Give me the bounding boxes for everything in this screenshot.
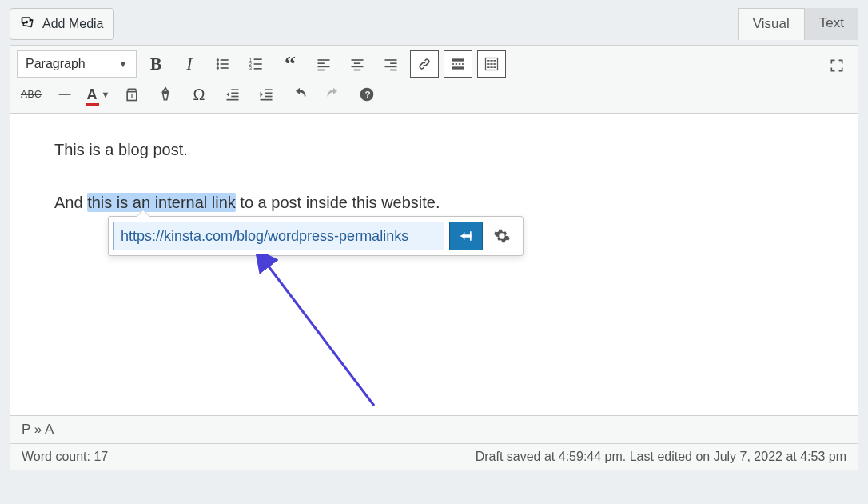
svg-point-1 [217, 58, 219, 61]
editor-tabs: Visual Text [738, 8, 858, 40]
word-count: Word count: 17 [22, 450, 108, 464]
outdent-button[interactable] [218, 81, 247, 108]
paragraph-2[interactable]: And this is an internal link to a post i… [54, 190, 814, 214]
chevron-down-icon: ▼ [102, 90, 110, 99]
svg-rect-36 [490, 63, 492, 65]
svg-rect-39 [490, 66, 492, 68]
strikethrough-button[interactable]: ABC [17, 81, 46, 108]
svg-point-3 [217, 62, 219, 65]
editor-toolbar: Paragraph ▼ B I 123 “ [10, 45, 858, 114]
svg-rect-27 [456, 63, 458, 65]
apply-link-button[interactable] [449, 222, 483, 250]
editor-content[interactable]: This is a blog post. And this is an inte… [10, 114, 858, 416]
add-media-button[interactable]: Add Media [10, 8, 114, 40]
svg-rect-49 [265, 93, 272, 94]
status-bar: Word count: 17 Draft saved at 4:59:44 pm… [10, 444, 858, 470]
align-center-button[interactable] [343, 50, 372, 78]
paragraph-1[interactable]: This is a blog post. [54, 138, 814, 162]
element-path-bar[interactable]: P » A [10, 416, 858, 444]
svg-rect-8 [254, 58, 262, 60]
text-color-button[interactable]: A ▼ [84, 81, 113, 108]
svg-rect-44 [231, 89, 238, 90]
svg-rect-28 [459, 63, 461, 65]
svg-rect-22 [390, 62, 396, 64]
text-color-letter: A [87, 86, 98, 103]
svg-rect-51 [261, 99, 273, 101]
svg-rect-10 [254, 63, 262, 65]
annotation-arrow [254, 254, 398, 422]
paste-text-button[interactable]: T [117, 81, 146, 108]
tab-text[interactable]: Text [805, 8, 858, 40]
p2-before: And [54, 194, 87, 211]
svg-point-0 [26, 21, 29, 24]
svg-rect-2 [221, 59, 229, 61]
selected-link-text[interactable]: this is an internal link [87, 193, 236, 212]
svg-rect-21 [385, 59, 397, 61]
format-label: Paragraph [26, 57, 86, 71]
link-url-input[interactable] [113, 222, 444, 250]
svg-rect-48 [265, 89, 272, 90]
svg-text:3: 3 [249, 66, 252, 70]
toolbar-row-2: ABC A ▼ T Ω [17, 81, 851, 108]
svg-rect-26 [452, 63, 455, 65]
svg-rect-29 [462, 63, 464, 65]
svg-rect-12 [254, 68, 262, 70]
numbered-list-button[interactable]: 123 [242, 50, 271, 78]
svg-rect-25 [452, 58, 464, 61]
svg-rect-15 [318, 66, 330, 68]
svg-rect-45 [231, 93, 238, 94]
align-left-button[interactable] [309, 50, 338, 78]
clear-formatting-button[interactable] [151, 81, 180, 108]
align-right-button[interactable] [376, 50, 405, 78]
svg-rect-46 [231, 96, 238, 98]
format-dropdown[interactable]: Paragraph ▼ [17, 50, 137, 78]
blockquote-button[interactable]: “ [276, 50, 305, 78]
svg-rect-50 [265, 96, 272, 98]
link-insert-popup [108, 216, 524, 256]
svg-rect-47 [227, 99, 239, 101]
italic-button[interactable]: I [175, 50, 204, 78]
indent-button[interactable] [252, 81, 281, 108]
horizontal-rule-button[interactable] [50, 81, 79, 108]
link-settings-button[interactable] [486, 222, 518, 250]
svg-rect-17 [352, 59, 364, 61]
svg-rect-33 [490, 60, 492, 62]
chevron-down-icon: ▼ [118, 58, 128, 70]
svg-rect-34 [494, 60, 496, 62]
undo-button[interactable] [285, 81, 314, 108]
media-icon [20, 14, 36, 34]
svg-rect-20 [354, 70, 360, 71]
svg-rect-6 [221, 67, 229, 69]
help-button[interactable]: ? [352, 81, 381, 108]
svg-rect-40 [494, 66, 496, 68]
svg-rect-14 [318, 62, 325, 64]
bold-button[interactable]: B [141, 50, 170, 78]
topbar: Add Media Visual Text [10, 8, 858, 40]
read-more-button[interactable] [444, 50, 472, 78]
save-status: Draft saved at 4:59:44 pm. Last edited o… [476, 450, 846, 464]
svg-rect-4 [221, 63, 229, 65]
svg-rect-23 [385, 66, 397, 68]
link-button[interactable] [410, 50, 439, 78]
special-character-button[interactable]: Ω [185, 81, 213, 108]
bullet-list-button[interactable] [209, 50, 237, 78]
svg-rect-16 [318, 70, 325, 71]
redo-button[interactable] [319, 81, 348, 108]
fullscreen-button[interactable] [822, 52, 851, 79]
svg-text:?: ? [365, 89, 371, 99]
editor-container: Add Media Visual Text Paragraph ▼ B I 12… [0, 0, 868, 470]
tab-visual[interactable]: Visual [738, 8, 805, 40]
svg-rect-19 [352, 66, 364, 68]
toolbar-toggle-button[interactable] [477, 50, 506, 78]
svg-rect-41 [59, 94, 71, 95]
svg-rect-30 [452, 66, 464, 69]
add-media-label: Add Media [42, 17, 104, 31]
p2-after: to a post inside this website. [236, 194, 440, 211]
svg-rect-13 [318, 59, 330, 61]
svg-rect-38 [487, 66, 489, 68]
svg-rect-32 [487, 60, 489, 62]
toolbar-row-1: Paragraph ▼ B I 123 “ [17, 50, 851, 78]
svg-point-5 [217, 66, 219, 69]
svg-rect-24 [390, 70, 396, 71]
svg-line-54 [266, 263, 374, 406]
